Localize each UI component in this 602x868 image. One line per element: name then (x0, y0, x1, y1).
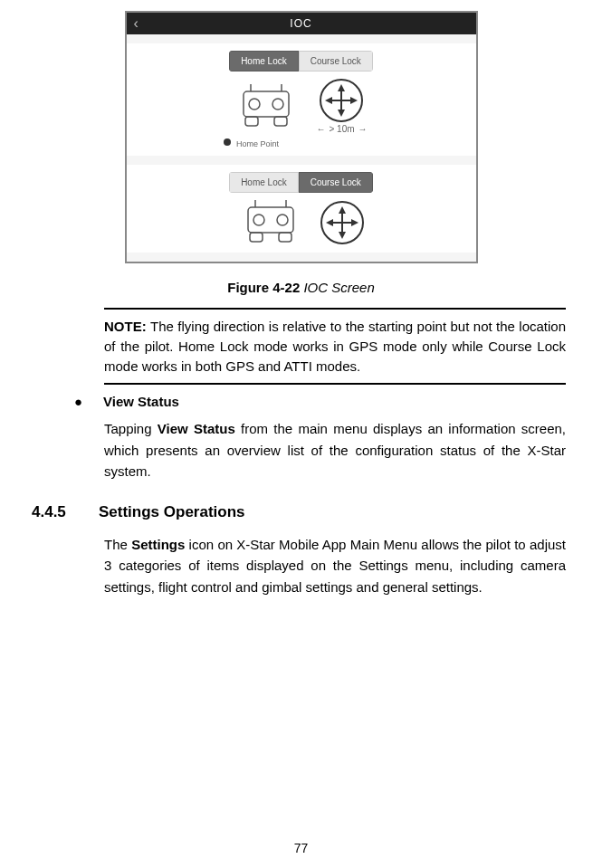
app-topbar: ‹ IOC (127, 13, 476, 34)
home-point-label: Home Point (236, 139, 279, 148)
svg-marker-8 (338, 110, 345, 117)
svg-rect-0 (244, 91, 289, 117)
home-lock-section: Home Lock Course Lock (127, 43, 476, 156)
move-arrows-icon (320, 201, 364, 244)
svg-marker-10 (350, 97, 358, 104)
svg-point-3 (249, 99, 260, 110)
svg-point-17 (277, 215, 288, 225)
settings-body: The Settings icon on X-Star Mobile App M… (104, 534, 566, 597)
figure-label: Figure 4-22 (227, 280, 300, 295)
svg-rect-5 (245, 117, 258, 126)
svg-point-4 (272, 99, 283, 110)
svg-rect-13 (248, 207, 293, 233)
segment-control-2[interactable]: Home Lock Course Lock (229, 172, 373, 193)
vs-pre: Tapping (104, 421, 158, 436)
move-arrows-icon (320, 79, 363, 122)
seg-home-lock-inactive[interactable]: Home Lock (229, 172, 299, 193)
segment-control-1[interactable]: Home Lock Course Lock (229, 51, 373, 72)
topbar-title: IOC (290, 17, 311, 30)
section-heading: 4.4.5Settings Operations (32, 503, 566, 521)
svg-rect-6 (274, 117, 287, 126)
figure-title: IOC Screen (300, 280, 375, 295)
view-status-title: View Status (103, 394, 179, 409)
distance-label: > 10m (329, 124, 354, 134)
ioc-screenshot: ‹ IOC Home Lock Course Lock (125, 11, 478, 263)
svg-point-16 (253, 215, 264, 225)
section-number: 4.4.5 (32, 503, 99, 521)
vs-bold: View Status (158, 421, 235, 436)
svg-marker-7 (338, 84, 345, 91)
course-lock-section: Home Lock Course Lock (127, 165, 476, 253)
svg-marker-20 (339, 206, 346, 214)
note-text: The flying direction is relative to the … (104, 319, 566, 374)
svg-rect-18 (250, 233, 263, 242)
diagram-home-lock: ← > 10m → (234, 79, 367, 134)
home-point-dot-icon (224, 138, 231, 146)
section-title: Settings Operations (99, 503, 245, 520)
seg-home-lock-active[interactable]: Home Lock (229, 51, 299, 72)
page-number: 77 (0, 841, 602, 855)
controller-icon (239, 200, 302, 245)
svg-marker-22 (326, 219, 333, 226)
seg-course-lock-inactive[interactable]: Course Lock (299, 51, 373, 72)
svg-marker-23 (351, 219, 358, 226)
svg-marker-9 (325, 97, 332, 104)
controller-icon (234, 84, 298, 129)
settings-pre: The (104, 537, 131, 552)
seg-course-lock-active[interactable]: Course Lock (299, 172, 373, 193)
settings-bold: Settings (131, 537, 185, 552)
view-status-body: Tapping View Status from the main menu d… (104, 418, 566, 482)
note-label: NOTE: (104, 319, 150, 334)
figure-caption: Figure 4-22 IOC Screen (0, 280, 602, 295)
diagram-course-lock (239, 200, 364, 245)
svg-marker-21 (339, 232, 346, 239)
bullet-icon: ● (74, 394, 103, 409)
view-status-bullet: ● View Status (74, 394, 566, 409)
note-box: NOTE: The flying direction is relative t… (104, 308, 566, 385)
back-icon[interactable]: ‹ (134, 15, 139, 32)
svg-rect-19 (279, 233, 291, 242)
